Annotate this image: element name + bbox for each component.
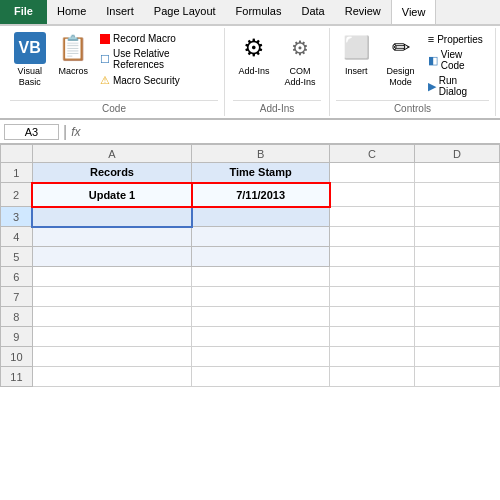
row-header: 5 — [1, 247, 33, 267]
formula-input[interactable] — [87, 126, 497, 138]
add-ins-label: Add-Ins — [238, 66, 269, 76]
cell-ref-input[interactable] — [4, 124, 59, 140]
add-ins-button[interactable]: ⚙ Add-Ins — [233, 30, 275, 78]
cell-b7[interactable] — [192, 287, 330, 307]
cell-c2[interactable] — [330, 183, 415, 207]
view-code-icon: ◧ — [428, 54, 438, 67]
cell-c11[interactable] — [330, 367, 415, 387]
spreadsheet: A B C D 1 Records Time Stamp 2 Update 1 … — [0, 144, 500, 387]
cell-c8[interactable] — [330, 307, 415, 327]
tab-view[interactable]: View — [391, 0, 437, 24]
cell-c6[interactable] — [330, 267, 415, 287]
com-add-ins-button[interactable]: ⚙ COMAdd-Ins — [279, 30, 321, 90]
cell-b5[interactable] — [192, 247, 330, 267]
properties-button[interactable]: ≡ Properties — [425, 32, 489, 46]
cell-b9[interactable] — [192, 327, 330, 347]
view-code-button[interactable]: ◧ View Code — [425, 48, 489, 72]
cell-d4[interactable] — [415, 227, 500, 247]
cell-d3[interactable] — [415, 207, 500, 227]
tab-insert[interactable]: Insert — [96, 0, 144, 24]
table-row: 11 — [1, 367, 500, 387]
tab-data[interactable]: Data — [291, 0, 334, 24]
col-header-c[interactable]: C — [330, 145, 415, 163]
cell-d2[interactable] — [415, 183, 500, 207]
record-macro-icon — [100, 34, 110, 44]
cell-c4[interactable] — [330, 227, 415, 247]
cell-c7[interactable] — [330, 287, 415, 307]
com-add-ins-label: COMAdd-Ins — [284, 66, 315, 88]
tab-formulas[interactable]: Formulas — [226, 0, 292, 24]
row-header: 6 — [1, 267, 33, 287]
add-ins-icon: ⚙ — [238, 32, 270, 64]
cell-b4[interactable] — [192, 227, 330, 247]
cell-d10[interactable] — [415, 347, 500, 367]
run-dialog-icon: ▶ — [428, 80, 436, 93]
cell-b1[interactable]: Time Stamp — [192, 163, 330, 183]
table-row: 5 — [1, 247, 500, 267]
cell-d1[interactable] — [415, 163, 500, 183]
row-header: 8 — [1, 307, 33, 327]
cell-c5[interactable] — [330, 247, 415, 267]
cell-d6[interactable] — [415, 267, 500, 287]
cell-b10[interactable] — [192, 347, 330, 367]
cell-a5[interactable] — [32, 247, 191, 267]
code-group-label: Code — [10, 100, 218, 114]
cell-a8[interactable] — [32, 307, 191, 327]
cell-c10[interactable] — [330, 347, 415, 367]
cell-c1[interactable] — [330, 163, 415, 183]
cell-a2[interactable]: Update 1 — [32, 183, 191, 207]
macros-button[interactable]: 📋 Macros — [53, 30, 92, 78]
row-header: 3 — [1, 207, 33, 227]
row-header: 9 — [1, 327, 33, 347]
table-row: 2 Update 1 7/11/2013 — [1, 183, 500, 207]
cell-d8[interactable] — [415, 307, 500, 327]
fx-label: fx — [71, 125, 80, 139]
row-header: 4 — [1, 227, 33, 247]
cell-a6[interactable] — [32, 267, 191, 287]
record-macro-button[interactable]: Record Macro — [97, 32, 218, 45]
macro-security-button[interactable]: ⚠ Macro Security — [97, 73, 218, 88]
col-header-d[interactable]: D — [415, 145, 500, 163]
cell-d9[interactable] — [415, 327, 500, 347]
insert-button[interactable]: ⬜ Insert — [336, 30, 376, 78]
macros-icon: 📋 — [57, 32, 89, 64]
row-header: 1 — [1, 163, 33, 183]
table-row: 6 — [1, 267, 500, 287]
insert-label: Insert — [345, 66, 368, 76]
col-header-b[interactable]: B — [192, 145, 330, 163]
cell-a7[interactable] — [32, 287, 191, 307]
table-row: 9 — [1, 327, 500, 347]
cell-b2[interactable]: 7/11/2013 — [192, 183, 330, 207]
tab-review[interactable]: Review — [335, 0, 391, 24]
ribbon-group-controls: ⬜ Insert ✏ DesignMode ≡ Properties ◧ Vie… — [330, 28, 496, 116]
cell-a1[interactable]: Records — [32, 163, 191, 183]
cell-a9[interactable] — [32, 327, 191, 347]
tab-page-layout[interactable]: Page Layout — [144, 0, 226, 24]
design-mode-label: DesignMode — [387, 66, 415, 88]
ribbon-group-code: VB VisualBasic 📋 Macros Record Macro ☐ U… — [4, 28, 225, 116]
cell-c3[interactable] — [330, 207, 415, 227]
run-dialog-button[interactable]: ▶ Run Dialog — [425, 74, 489, 98]
cell-b8[interactable] — [192, 307, 330, 327]
tab-home[interactable]: Home — [47, 0, 96, 24]
cell-a10[interactable] — [32, 347, 191, 367]
cell-b6[interactable] — [192, 267, 330, 287]
cell-a11[interactable] — [32, 367, 191, 387]
col-header-a[interactable]: A — [32, 145, 191, 163]
tab-file[interactable]: File — [0, 0, 47, 24]
cell-d11[interactable] — [415, 367, 500, 387]
cell-a4[interactable] — [32, 227, 191, 247]
visual-basic-label: VisualBasic — [18, 66, 42, 88]
visual-basic-button[interactable]: VB VisualBasic — [10, 30, 49, 90]
cell-d7[interactable] — [415, 287, 500, 307]
cell-b3[interactable] — [192, 207, 330, 227]
cell-d5[interactable] — [415, 247, 500, 267]
relative-refs-button[interactable]: ☐ Use Relative References — [97, 47, 218, 71]
com-add-ins-icon: ⚙ — [284, 32, 316, 64]
visual-basic-icon: VB — [14, 32, 46, 64]
cell-c9[interactable] — [330, 327, 415, 347]
cell-a3[interactable] — [32, 207, 191, 227]
cell-b11[interactable] — [192, 367, 330, 387]
design-mode-button[interactable]: ✏ DesignMode — [380, 30, 420, 90]
insert-icon: ⬜ — [340, 32, 372, 64]
